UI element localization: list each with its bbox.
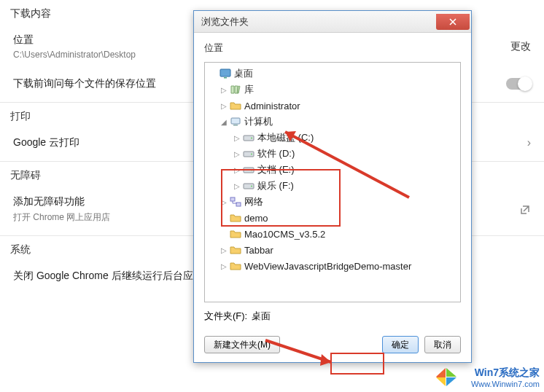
tree-node[interactable]: Mao10CMS_v3.5.2 bbox=[206, 226, 459, 242]
tree-node-label: 娱乐 (F:) bbox=[257, 179, 294, 192]
tree-node-label: 桌面 bbox=[234, 67, 253, 80]
watermark-text: Win7系统之家 bbox=[471, 366, 540, 379]
ok-button[interactable]: 确定 bbox=[382, 336, 419, 353]
folder-icon bbox=[230, 244, 241, 256]
tree-node-label: Tabbar bbox=[244, 245, 273, 256]
folder-icon bbox=[230, 260, 241, 272]
tree-node[interactable]: ▷娱乐 (F:) bbox=[206, 178, 459, 194]
tree-node-label: Administrator bbox=[244, 101, 300, 111]
drive-icon bbox=[243, 148, 254, 160]
watermark-url: Www.Winwin7.com bbox=[471, 379, 540, 389]
computer-icon bbox=[230, 116, 241, 128]
watermark-logo-icon bbox=[435, 366, 459, 388]
location-path: C:\Users\Administrator\Desktop bbox=[13, 50, 136, 60]
expander-icon[interactable]: ▷ bbox=[219, 262, 228, 270]
dialog-buttons: 新建文件夹(M) 确定 取消 bbox=[194, 330, 471, 362]
expander-icon[interactable]: ◢ bbox=[219, 118, 228, 126]
close-icon bbox=[449, 18, 456, 26]
expander-icon[interactable]: ▷ bbox=[219, 102, 228, 110]
a11y-sub: 打开 Chrome 网上应用店 bbox=[13, 211, 110, 224]
a11y-title: 添加无障碍功能 bbox=[13, 195, 110, 208]
tree-node-label: 库 bbox=[244, 83, 254, 96]
tree-node[interactable]: ▷WebViewJavascriptBridgeDemo-master bbox=[206, 258, 459, 274]
tree-node-label: 计算机 bbox=[244, 115, 273, 128]
expander-icon[interactable]: ▷ bbox=[219, 86, 228, 94]
dialog-body-label: 位置 bbox=[204, 42, 461, 55]
close-button[interactable] bbox=[436, 14, 470, 30]
tree-node-label: Mao10CMS_v3.5.2 bbox=[244, 229, 325, 240]
watermark: Win7系统之家 Www.Winwin7.com bbox=[471, 366, 540, 389]
dialog-title: 浏览文件夹 bbox=[201, 15, 249, 28]
tree-node-label: 软件 (D:) bbox=[257, 147, 295, 160]
tree-node[interactable]: ▷库 bbox=[206, 82, 459, 98]
browse-folder-dialog: 浏览文件夹 位置 桌面▷库▷Administrator◢计算机▷本地磁盘 (C:… bbox=[193, 10, 472, 363]
net-icon bbox=[230, 196, 241, 208]
expander-icon[interactable]: ▷ bbox=[219, 246, 228, 254]
location-label: 位置 bbox=[13, 34, 136, 47]
external-link-icon bbox=[519, 204, 531, 216]
chevron-right-icon: › bbox=[527, 136, 531, 149]
new-folder-button[interactable]: 新建文件夹(M) bbox=[204, 336, 280, 353]
tree-node[interactable]: ◢计算机 bbox=[206, 114, 459, 130]
tree-node[interactable]: ▷Tabbar bbox=[206, 242, 459, 258]
tree-node-label: demo bbox=[244, 213, 268, 224]
tree-node[interactable]: 桌面 bbox=[206, 66, 459, 82]
ask-each-toggle[interactable] bbox=[506, 78, 531, 90]
cancel-button[interactable]: 取消 bbox=[424, 336, 461, 353]
folder-field-row: 文件夹(F): 桌面 bbox=[204, 310, 461, 323]
dialog-titlebar: 浏览文件夹 bbox=[194, 11, 471, 33]
folder-tree[interactable]: 桌面▷库▷Administrator◢计算机▷本地磁盘 (C:)▷软件 (D:)… bbox=[204, 62, 461, 302]
ask-each-label: 下载前询问每个文件的保存位置 bbox=[13, 77, 156, 90]
change-button[interactable]: 更改 bbox=[510, 40, 531, 53]
folder-icon bbox=[230, 212, 241, 224]
expander-icon[interactable]: ▷ bbox=[233, 134, 241, 142]
folder-icon bbox=[230, 228, 241, 240]
expander-icon[interactable]: ▷ bbox=[233, 166, 241, 174]
tree-node[interactable]: ▷Administrator bbox=[206, 98, 459, 114]
tree-node-label: 网络 bbox=[244, 195, 263, 208]
system-row-label: 关闭 Google Chrome 后继续运行后台应 bbox=[13, 270, 193, 283]
desktop-icon bbox=[219, 68, 231, 79]
drive-icon bbox=[243, 164, 254, 176]
lib-icon bbox=[230, 84, 241, 95]
tree-node-label: 本地磁盘 (C:) bbox=[257, 131, 314, 144]
expander-icon[interactable]: ▷ bbox=[233, 182, 241, 190]
expander-icon[interactable]: ▷ bbox=[233, 150, 241, 158]
tree-node[interactable]: ▷本地磁盘 (C:) bbox=[206, 130, 459, 146]
tree-node[interactable]: ▷文档 (E:) bbox=[206, 162, 459, 178]
expander-icon[interactable]: ▷ bbox=[219, 198, 228, 206]
folder-field-label: 文件夹(F): bbox=[204, 310, 247, 323]
tree-node[interactable]: demo bbox=[206, 210, 459, 226]
tree-node[interactable]: ▷软件 (D:) bbox=[206, 146, 459, 162]
folder-icon bbox=[230, 100, 241, 111]
tree-node-label: 文档 (E:) bbox=[257, 163, 295, 176]
drive-icon bbox=[243, 132, 254, 144]
drive-icon bbox=[243, 180, 254, 192]
tree-node[interactable]: ▷网络 bbox=[206, 194, 459, 210]
tree-node-label: WebViewJavascriptBridgeDemo-master bbox=[244, 261, 411, 272]
folder-field-value: 桌面 bbox=[252, 310, 271, 323]
cloud-print-label: Google 云打印 bbox=[13, 136, 79, 149]
